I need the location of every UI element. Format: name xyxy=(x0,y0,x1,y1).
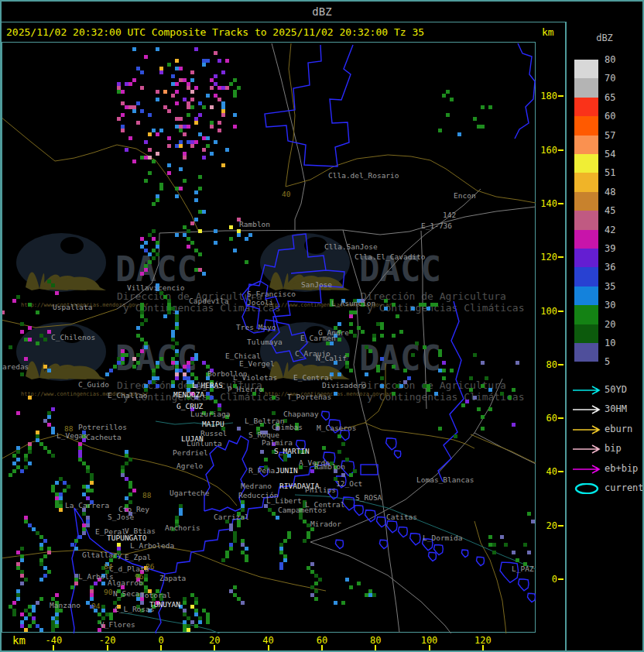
right-axis-tick-label: 120 xyxy=(536,252,557,263)
bottom-axis-tick xyxy=(375,645,376,650)
map-line xyxy=(310,542,464,633)
echo-pixel xyxy=(78,458,82,462)
echo-pixel xyxy=(47,369,51,372)
echo-pixel xyxy=(461,403,465,407)
echo-pixel xyxy=(279,551,283,554)
echo-pixel xyxy=(125,105,128,109)
echo-pixel xyxy=(187,245,190,249)
echo-pixel xyxy=(198,101,202,105)
echo-pixel xyxy=(245,547,248,551)
echo-pixel xyxy=(179,117,183,121)
echo-pixel xyxy=(39,578,43,582)
echo-pixel xyxy=(43,539,47,543)
echo-pixel xyxy=(287,535,291,539)
echo-pixel xyxy=(488,407,492,411)
right-axis-tick xyxy=(558,95,564,97)
right-axis-tick-label: 0 xyxy=(536,574,557,585)
echo-pixel xyxy=(225,554,229,558)
echo-pixel xyxy=(113,365,117,369)
legend-title: dBZ xyxy=(567,33,642,43)
right-axis-tick-label: 100 xyxy=(536,306,557,317)
echo-pixel xyxy=(28,605,32,609)
map-label: E_Carmen xyxy=(300,334,336,342)
echo-pixel xyxy=(140,245,144,249)
echo-pixel xyxy=(233,593,237,597)
track-arrow-icon xyxy=(572,403,601,414)
echo-pixel xyxy=(144,574,148,578)
right-axis-tick xyxy=(558,256,564,258)
echo-pixel xyxy=(454,434,457,438)
echo-pixel xyxy=(163,314,167,318)
echo-pixel xyxy=(140,237,144,241)
echo-pixel xyxy=(221,113,225,117)
echo-pixel xyxy=(20,554,24,558)
echo-pixel xyxy=(473,396,477,400)
echo-pixel xyxy=(144,345,148,349)
echo-pixel xyxy=(28,462,32,465)
dbz-scale-swatch xyxy=(574,136,598,154)
echo-pixel xyxy=(187,82,190,86)
echo-pixel xyxy=(187,101,190,105)
echo-pixel xyxy=(190,593,194,597)
echo-pixel xyxy=(144,318,148,322)
echo-pixel xyxy=(218,121,221,125)
echo-pixel xyxy=(47,423,51,427)
map-label: Clla.SanJose xyxy=(324,242,378,251)
echo-pixel xyxy=(233,94,237,98)
echo-pixel xyxy=(148,380,152,384)
echo-pixel xyxy=(407,376,411,380)
echo-pixel xyxy=(260,450,264,454)
echo-pixel xyxy=(20,558,24,562)
echo-pixel xyxy=(314,597,318,601)
echo-pixel xyxy=(264,458,268,462)
echo-pixel xyxy=(202,63,206,67)
echo-pixel xyxy=(109,613,113,616)
echo-pixel xyxy=(214,51,218,55)
echo-pixel xyxy=(368,589,372,593)
echo-pixel xyxy=(90,489,94,492)
echo-pixel xyxy=(128,458,132,462)
echo-pixel xyxy=(128,82,132,86)
echo-pixel xyxy=(140,303,144,307)
echo-pixel xyxy=(43,554,47,558)
echo-pixel xyxy=(245,260,248,264)
echo-pixel xyxy=(28,446,32,450)
bottom-axis-tick xyxy=(214,645,215,650)
echo-pixel xyxy=(183,132,187,136)
echo-pixel xyxy=(167,144,171,148)
echo-pixel xyxy=(210,105,214,109)
echo-pixel xyxy=(159,183,163,187)
echo-pixel xyxy=(241,500,245,504)
echo-pixel xyxy=(90,481,94,485)
echo-pixel xyxy=(229,523,233,527)
echo-pixel xyxy=(202,105,206,109)
echo-pixel xyxy=(132,489,136,492)
map-label: C_Chilenos xyxy=(51,333,95,341)
map-line xyxy=(286,43,295,187)
echo-pixel xyxy=(221,70,225,74)
echo-pixel xyxy=(187,113,190,117)
echo-pixel xyxy=(59,496,63,500)
echo-pixel xyxy=(307,566,310,570)
echo-pixel xyxy=(310,562,314,566)
echo-pixel xyxy=(399,384,403,388)
echo-pixel xyxy=(20,547,24,551)
echo-pixel xyxy=(36,431,39,434)
map-label: Manzano xyxy=(50,601,80,609)
echo-pixel xyxy=(279,547,283,551)
echo-pixel xyxy=(78,454,82,458)
echo-pixel xyxy=(206,616,210,620)
echo-pixel xyxy=(175,361,179,365)
echo-pixel xyxy=(82,527,86,531)
echo-pixel xyxy=(372,593,376,597)
radar-map-area: DACCDirección de Agriculturay Contingenc… xyxy=(2,42,536,633)
echo-pixel xyxy=(438,129,442,132)
echo-pixel xyxy=(156,252,159,256)
echo-pixel xyxy=(341,473,345,477)
bottom-axis-tick xyxy=(429,645,430,650)
echo-pixel xyxy=(171,380,175,384)
echo-pixel xyxy=(183,179,187,183)
echo-pixel xyxy=(268,508,272,512)
echo-pixel xyxy=(132,365,136,369)
echo-pixel xyxy=(171,94,175,98)
